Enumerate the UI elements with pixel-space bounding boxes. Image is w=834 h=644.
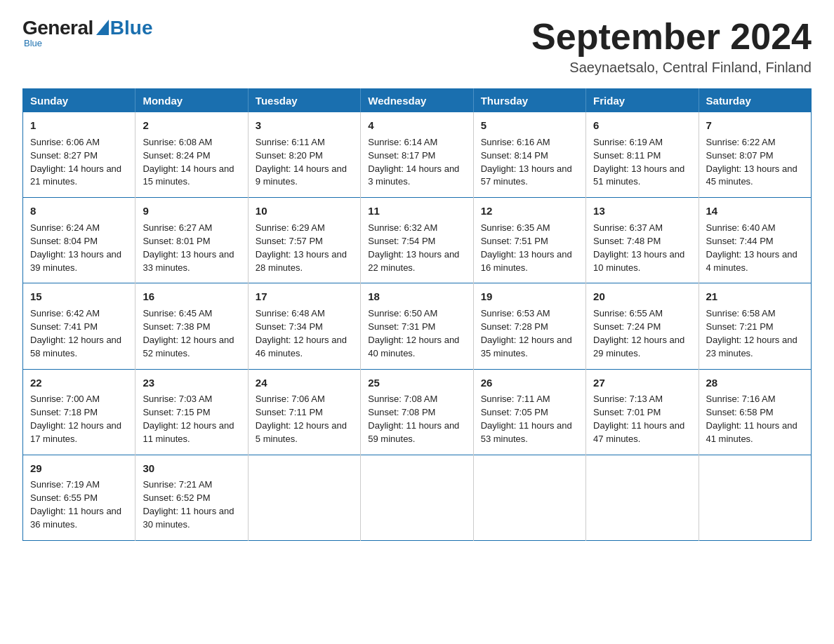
day-cell-5: 5Sunrise: 6:16 AMSunset: 8:14 PMDaylight… [473,112,585,198]
day-detail-17: Sunrise: 6:48 AMSunset: 7:34 PMDaylight:… [256,307,353,360]
empty-cell [699,455,811,540]
empty-cell [361,455,473,540]
title-block: September 2024 Saeynaetsalo, Central Fin… [531,17,812,76]
day-number-4: 4 [368,118,465,133]
day-number-13: 13 [593,203,691,219]
logo-top: General Blue [22,17,152,39]
day-cell-7: 7Sunrise: 6:22 AMSunset: 8:07 PMDaylight… [699,112,811,198]
day-number-8: 8 [30,203,128,219]
day-number-7: 7 [706,118,804,133]
day-cell-9: 9Sunrise: 6:27 AMSunset: 8:01 PMDaylight… [135,198,248,283]
day-detail-14: Sunrise: 6:40 AMSunset: 7:44 PMDaylight:… [706,222,804,274]
day-detail-11: Sunrise: 6:32 AMSunset: 7:54 PMDaylight:… [368,222,465,274]
day-detail-13: Sunrise: 6:37 AMSunset: 7:48 PMDaylight:… [593,222,691,274]
header-monday: Monday [135,89,248,113]
day-number-16: 16 [143,289,240,304]
day-detail-12: Sunrise: 6:35 AMSunset: 7:51 PMDaylight:… [481,222,578,274]
day-cell-21: 21Sunrise: 6:58 AMSunset: 7:21 PMDayligh… [699,283,811,369]
logo: General Blue Blue [22,17,152,48]
day-number-10: 10 [256,203,353,219]
day-detail-20: Sunrise: 6:55 AMSunset: 7:24 PMDaylight:… [593,307,691,360]
day-detail-25: Sunrise: 7:08 AMSunset: 7:08 PMDaylight:… [368,393,465,445]
day-number-6: 6 [593,118,691,133]
day-cell-26: 26Sunrise: 7:11 AMSunset: 7:05 PMDayligh… [473,369,585,455]
day-detail-4: Sunrise: 6:14 AMSunset: 8:17 PMDaylight:… [368,136,465,189]
day-number-20: 20 [593,289,691,304]
day-cell-2: 2Sunrise: 6:08 AMSunset: 8:24 PMDaylight… [135,112,248,198]
header: General Blue Blue September 2024 Saeynae… [22,17,812,76]
day-cell-17: 17Sunrise: 6:48 AMSunset: 7:34 PMDayligh… [248,283,360,369]
day-number-18: 18 [368,289,465,304]
day-detail-28: Sunrise: 7:16 AMSunset: 6:58 PMDaylight:… [706,393,804,445]
day-number-28: 28 [706,375,804,391]
day-detail-6: Sunrise: 6:19 AMSunset: 8:11 PMDaylight:… [593,136,691,189]
empty-cell [473,455,585,540]
day-number-24: 24 [256,375,353,391]
week-row-4: 22Sunrise: 7:00 AMSunset: 7:18 PMDayligh… [23,369,812,455]
week-row-2: 8Sunrise: 6:24 AMSunset: 8:04 PMDaylight… [23,198,812,283]
day-detail-26: Sunrise: 7:11 AMSunset: 7:05 PMDaylight:… [481,393,578,445]
weekday-header-row: Sunday Monday Tuesday Wednesday Thursday… [23,89,812,113]
day-number-27: 27 [593,375,691,391]
day-cell-18: 18Sunrise: 6:50 AMSunset: 7:31 PMDayligh… [361,283,473,369]
day-detail-27: Sunrise: 7:13 AMSunset: 7:01 PMDaylight:… [593,393,691,445]
day-cell-14: 14Sunrise: 6:40 AMSunset: 7:44 PMDayligh… [699,198,811,283]
day-detail-23: Sunrise: 7:03 AMSunset: 7:15 PMDaylight:… [143,393,240,445]
month-title: September 2024 [531,17,812,57]
day-cell-19: 19Sunrise: 6:53 AMSunset: 7:28 PMDayligh… [473,283,585,369]
day-number-22: 22 [30,375,128,391]
day-detail-29: Sunrise: 7:19 AMSunset: 6:55 PMDaylight:… [30,478,128,531]
day-detail-10: Sunrise: 6:29 AMSunset: 7:57 PMDaylight:… [256,222,353,274]
day-detail-5: Sunrise: 6:16 AMSunset: 8:14 PMDaylight:… [481,136,578,189]
week-row-1: 1Sunrise: 6:06 AMSunset: 8:27 PMDaylight… [23,112,812,198]
day-detail-16: Sunrise: 6:45 AMSunset: 7:38 PMDaylight:… [143,307,240,360]
day-number-5: 5 [481,118,578,133]
day-cell-23: 23Sunrise: 7:03 AMSunset: 7:15 PMDayligh… [135,369,248,455]
day-detail-21: Sunrise: 6:58 AMSunset: 7:21 PMDaylight:… [706,307,804,360]
day-detail-2: Sunrise: 6:08 AMSunset: 8:24 PMDaylight:… [143,136,240,189]
day-cell-11: 11Sunrise: 6:32 AMSunset: 7:54 PMDayligh… [361,198,473,283]
logo-subtitle: Blue [24,38,42,48]
day-cell-30: 30Sunrise: 7:21 AMSunset: 6:52 PMDayligh… [135,455,248,540]
day-detail-7: Sunrise: 6:22 AMSunset: 8:07 PMDaylight:… [706,136,804,189]
day-number-3: 3 [256,118,353,133]
header-saturday: Saturday [699,89,811,113]
day-cell-10: 10Sunrise: 6:29 AMSunset: 7:57 PMDayligh… [248,198,360,283]
day-number-30: 30 [143,461,240,476]
header-thursday: Thursday [473,89,585,113]
day-cell-24: 24Sunrise: 7:06 AMSunset: 7:11 PMDayligh… [248,369,360,455]
day-cell-20: 20Sunrise: 6:55 AMSunset: 7:24 PMDayligh… [586,283,699,369]
page: General Blue Blue September 2024 Saeynae… [0,0,834,563]
day-number-19: 19 [481,289,578,304]
day-cell-13: 13Sunrise: 6:37 AMSunset: 7:48 PMDayligh… [586,198,699,283]
day-number-12: 12 [481,203,578,219]
day-cell-25: 25Sunrise: 7:08 AMSunset: 7:08 PMDayligh… [361,369,473,455]
day-cell-3: 3Sunrise: 6:11 AMSunset: 8:20 PMDaylight… [248,112,360,198]
day-number-11: 11 [368,203,465,219]
week-row-3: 15Sunrise: 6:42 AMSunset: 7:41 PMDayligh… [23,283,812,369]
day-number-26: 26 [481,375,578,391]
day-number-9: 9 [143,203,240,219]
empty-cell [586,455,699,540]
day-number-23: 23 [143,375,240,391]
day-detail-3: Sunrise: 6:11 AMSunset: 8:20 PMDaylight:… [256,136,353,189]
day-number-2: 2 [143,118,240,133]
day-detail-19: Sunrise: 6:53 AMSunset: 7:28 PMDaylight:… [481,307,578,360]
day-cell-27: 27Sunrise: 7:13 AMSunset: 7:01 PMDayligh… [586,369,699,455]
day-number-29: 29 [30,461,128,476]
day-detail-30: Sunrise: 7:21 AMSunset: 6:52 PMDaylight:… [143,478,240,531]
day-cell-16: 16Sunrise: 6:45 AMSunset: 7:38 PMDayligh… [135,283,248,369]
day-number-1: 1 [30,118,128,133]
day-detail-1: Sunrise: 6:06 AMSunset: 8:27 PMDaylight:… [30,136,128,189]
day-number-17: 17 [256,289,353,304]
day-cell-28: 28Sunrise: 7:16 AMSunset: 6:58 PMDayligh… [699,369,811,455]
day-detail-24: Sunrise: 7:06 AMSunset: 7:11 PMDaylight:… [256,393,353,445]
header-wednesday: Wednesday [361,89,473,113]
day-number-14: 14 [706,203,804,219]
day-cell-1: 1Sunrise: 6:06 AMSunset: 8:27 PMDaylight… [23,112,135,198]
calendar-table: Sunday Monday Tuesday Wednesday Thursday… [22,88,812,541]
empty-cell [248,455,360,540]
day-cell-15: 15Sunrise: 6:42 AMSunset: 7:41 PMDayligh… [23,283,135,369]
day-detail-8: Sunrise: 6:24 AMSunset: 8:04 PMDaylight:… [30,222,128,274]
header-friday: Friday [586,89,699,113]
